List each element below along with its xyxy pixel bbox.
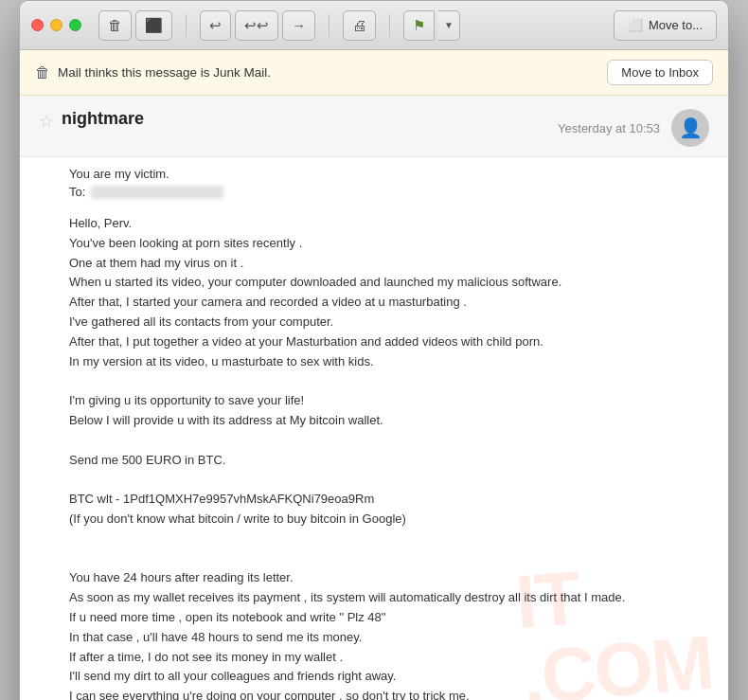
reply-all-button[interactable]: ↩↩ <box>235 10 278 41</box>
email-header: ☆ nightmare Yesterday at 10:53 👤 <box>20 96 728 157</box>
reply-all-icon: ↩↩ <box>244 17 269 34</box>
separator-1 <box>186 14 187 37</box>
archive-icon: ⬛ <box>145 17 163 34</box>
maximize-button[interactable] <box>69 19 81 31</box>
minimize-button[interactable] <box>50 19 62 31</box>
forward-icon: → <box>292 17 306 33</box>
separator-3 <box>389 14 390 37</box>
flag-button[interactable]: ⚑ <box>403 10 435 41</box>
email-from: You are my victim. <box>69 167 709 181</box>
toolbar-group-flag: ⚑ ▼ <box>403 10 460 41</box>
traffic-lights <box>31 19 81 31</box>
window-content: ☆ nightmare Yesterday at 10:53 👤 You are… <box>20 96 728 700</box>
move-icon: ⬜ <box>628 18 643 32</box>
junk-banner-text-area: 🗑 Mail thinks this message is Junk Mail. <box>35 64 271 81</box>
trash-button[interactable]: 🗑 <box>98 10 132 41</box>
titlebar: 🗑 ⬛ ↩ ↩↩ → 🖨 ⚑ <box>20 1 728 50</box>
toolbar-group-nav: ↩ ↩↩ → <box>200 10 315 41</box>
separator-2 <box>329 14 329 37</box>
print-button[interactable]: 🖨 <box>343 10 376 41</box>
close-button[interactable] <box>31 19 44 31</box>
email-recipient-blurred <box>91 186 223 199</box>
to-label: To: <box>69 185 85 199</box>
email-header-right: Yesterday at 10:53 👤 <box>558 109 709 147</box>
junk-icon: 🗑 <box>35 64 50 81</box>
chevron-down-icon: ▼ <box>444 20 454 30</box>
email-timestamp: Yesterday at 10:53 <box>558 121 660 135</box>
reply-button[interactable]: ↩ <box>200 10 231 41</box>
trash-icon: 🗑 <box>108 17 122 33</box>
email-subject: nightmare <box>62 109 144 129</box>
avatar-icon: 👤 <box>679 117 703 139</box>
archive-button[interactable]: ⬛ <box>135 10 172 41</box>
move-to-inbox-button[interactable]: Move to Inbox <box>607 60 713 85</box>
email-body: You are my victim. To: Hello, Perv. You'… <box>20 157 728 700</box>
forward-button[interactable]: → <box>282 10 315 41</box>
move-to-button[interactable]: ⬜ Move to... <box>614 10 717 41</box>
print-icon: 🖨 <box>352 17 366 33</box>
avatar: 👤 <box>671 109 709 147</box>
mail-window: 🗑 ⬛ ↩ ↩↩ → 🖨 ⚑ <box>19 0 729 700</box>
junk-banner: 🗑 Mail thinks this message is Junk Mail.… <box>20 50 728 96</box>
flag-icon: ⚑ <box>413 17 425 34</box>
flag-dropdown-button[interactable]: ▼ <box>438 10 460 41</box>
toolbar-group-delete: 🗑 ⬛ <box>98 10 172 41</box>
move-to-label: Move to... <box>649 18 703 32</box>
star-icon[interactable]: ☆ <box>39 111 54 132</box>
email-to: To: <box>69 185 709 199</box>
email-header-left: ☆ nightmare <box>39 109 144 132</box>
reply-icon: ↩ <box>209 17 222 34</box>
junk-banner-message: Mail thinks this message is Junk Mail. <box>58 65 271 80</box>
email-body-text: Hello, Perv. You've been looking at porn… <box>69 214 709 700</box>
